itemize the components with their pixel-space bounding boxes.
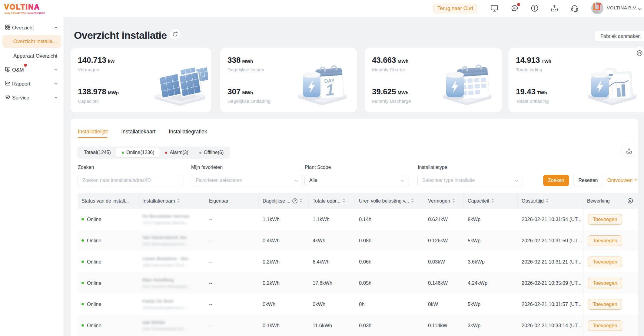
svg-text:?: ?: [294, 199, 296, 203]
svg-text:1: 1: [325, 81, 335, 99]
svg-text:JOUW THUISBATTERIJ, JOUW BESPA: JOUW THUISBATTERIJ, JOUW BESPARING: [4, 12, 45, 15]
svg-text:VOLTINA: VOLTINA: [4, 3, 40, 11]
